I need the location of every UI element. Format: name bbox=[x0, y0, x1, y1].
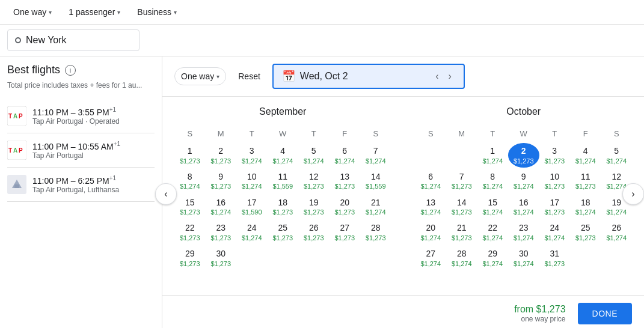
passengers-button[interactable]: 1 passenger ▾ bbox=[63, 4, 126, 20]
flight-card-0[interactable]: T A P 11:10 PM – 3:55 PM+1 Tap Air Portu… bbox=[7, 99, 155, 133]
reset-button[interactable]: Reset bbox=[233, 68, 265, 85]
calendar-cell-oct-23[interactable]: 23$1,274 bbox=[508, 220, 539, 244]
calendar-cell-sep-4[interactable]: 4$1,274 bbox=[268, 143, 299, 168]
weekday-s3: S bbox=[416, 127, 447, 141]
flight-card-2[interactable]: 11:00 PM – 6:25 PM+1 Tap Air Portugal, L… bbox=[7, 168, 155, 202]
calendar-cell-oct-28[interactable]: 28$1,274 bbox=[446, 246, 477, 270]
day-number: 17 bbox=[247, 197, 257, 209]
calendar-cell-oct-2[interactable]: 2$1,273 bbox=[508, 143, 539, 168]
calendar-cell-oct-20[interactable]: 20$1,274 bbox=[416, 220, 447, 244]
calendar-cell-sep-9[interactable]: 9$1,273 bbox=[206, 169, 237, 193]
calendar-cell-sep-21[interactable]: 21$1,274 bbox=[360, 195, 391, 219]
calendar-cell-sep-19[interactable]: 19$1,273 bbox=[298, 195, 330, 219]
calendar-overlay: One way ▾ Reset 📅 Wed, Oct 2 ‹ › Septemb… bbox=[162, 56, 644, 328]
day-price: $1,273 bbox=[544, 208, 565, 216]
calendar-cell-sep-16[interactable]: 16$1,274 bbox=[206, 195, 237, 219]
calendar-cell-sep-27[interactable]: 27$1,273 bbox=[330, 220, 361, 244]
calendar-cell-sep-13[interactable]: 13$1,273 bbox=[330, 169, 361, 193]
calendar-cell-oct-15[interactable]: 15$1,274 bbox=[477, 195, 509, 219]
day-number: 23 bbox=[519, 222, 529, 234]
day-number: 24 bbox=[550, 222, 559, 234]
origin-field[interactable]: New York bbox=[7, 29, 140, 51]
calendar-cell-oct-11[interactable]: 11$1,273 bbox=[570, 169, 601, 193]
calendar-prev-arrow[interactable]: ‹ bbox=[155, 183, 177, 205]
class-button[interactable]: Business ▾ bbox=[131, 4, 183, 20]
calendar-cell-sep-10[interactable]: 10$1,274 bbox=[236, 169, 268, 193]
calendar-cell-sep-18[interactable]: 18$1,273 bbox=[268, 195, 299, 219]
calendar-cell-sep-14[interactable]: 14$1,559 bbox=[360, 169, 391, 193]
calendar-cell-oct-5[interactable]: 5$1,274 bbox=[601, 143, 633, 168]
calendar-cell-oct-29[interactable]: 29$1,274 bbox=[477, 246, 509, 270]
day-price: $1,274 bbox=[575, 208, 596, 216]
calendar-cell-sep-20[interactable]: 20$1,273 bbox=[330, 195, 361, 219]
day-price: $1,274 bbox=[514, 234, 534, 242]
calendar-cell-oct-31[interactable]: 31$1,273 bbox=[539, 246, 571, 270]
day-number: 9 bbox=[521, 171, 526, 183]
trip-type-button[interactable]: One way ▾ bbox=[7, 4, 58, 20]
calendar-cell-sep-23[interactable]: 23$1,273 bbox=[206, 220, 237, 244]
calendar-cell-sep-25[interactable]: 25$1,273 bbox=[268, 220, 299, 244]
one-way-dropdown-button[interactable]: One way ▾ bbox=[174, 67, 226, 85]
class-label: Business bbox=[137, 7, 171, 17]
class-chevron-icon: ▾ bbox=[174, 9, 177, 16]
main-content: Best flights i Total price includes taxe… bbox=[0, 56, 644, 328]
calendar-cell-oct-27[interactable]: 27$1,274 bbox=[416, 246, 447, 270]
calendar-cell-sep-29[interactable]: 29$1,273 bbox=[174, 246, 206, 270]
calendar-cell-sep-17[interactable]: 17$1,590 bbox=[236, 195, 268, 219]
calendar-cell-sep-28[interactable]: 28$1,273 bbox=[360, 220, 391, 244]
calendar-cell-oct-7[interactable]: 7$1,273 bbox=[446, 169, 477, 193]
calendar-cell-oct-14[interactable]: 14$1,273 bbox=[446, 195, 477, 219]
calendar-cell-oct-1[interactable]: 1$1,274 bbox=[477, 143, 509, 168]
calendar-cell-sep-7[interactable]: 7$1,274 bbox=[360, 143, 391, 168]
calendar-cell-sep-26[interactable]: 26$1,273 bbox=[298, 220, 330, 244]
calendar-cell-oct-21[interactable]: 21$1,273 bbox=[446, 220, 477, 244]
calendar-cell-sep-30[interactable]: 30$1,273 bbox=[206, 246, 237, 270]
svg-text:T: T bbox=[8, 113, 12, 120]
calendar-cell-oct-13[interactable]: 13$1,274 bbox=[416, 195, 447, 219]
calendar-cell-oct-18[interactable]: 18$1,274 bbox=[570, 195, 601, 219]
calendar-cell-oct-30[interactable]: 30$1,274 bbox=[508, 246, 539, 270]
calendar-cell-sep-11[interactable]: 11$1,559 bbox=[268, 169, 299, 193]
day-number: 14 bbox=[371, 171, 381, 183]
info-icon[interactable]: i bbox=[65, 65, 76, 76]
calendar-cell-oct-10[interactable]: 10$1,273 bbox=[539, 169, 571, 193]
calendar-cell-oct-16[interactable]: 16$1,274 bbox=[508, 195, 539, 219]
top-bar: One way ▾ 1 passenger ▾ Business ▾ bbox=[0, 0, 644, 25]
airline-logo-0: T A P bbox=[7, 106, 26, 126]
day-price: $1,274 bbox=[514, 183, 534, 190]
october-calendar: October S M T W T F S 1$1,2742$1,2733$1,… bbox=[416, 106, 633, 285]
date-prev-button[interactable]: ‹ bbox=[432, 70, 442, 83]
flight-card-1[interactable]: T A P 11:00 PM – 10:55 AM+1 Tap Air Port… bbox=[7, 133, 155, 168]
calendar-cell-oct-8[interactable]: 8$1,274 bbox=[477, 169, 509, 193]
calendar-cell-sep-24[interactable]: 24$1,274 bbox=[236, 220, 268, 244]
calendar-cell-oct-4[interactable]: 4$1,274 bbox=[570, 143, 601, 168]
date-next-button[interactable]: › bbox=[445, 70, 455, 83]
calendar-cell-oct-24[interactable]: 24$1,274 bbox=[539, 220, 571, 244]
calendar-cell-oct-17[interactable]: 17$1,273 bbox=[539, 195, 571, 219]
calendar-cell-sep-12[interactable]: 12$1,273 bbox=[298, 169, 330, 193]
calendar-cell-sep-22[interactable]: 22$1,273 bbox=[174, 220, 206, 244]
calendar-cell-empty bbox=[416, 143, 447, 168]
calendar-cell-sep-3[interactable]: 3$1,274 bbox=[236, 143, 268, 168]
calendar-cell-sep-1[interactable]: 1$1,273 bbox=[174, 143, 206, 168]
calendar-cell-oct-3[interactable]: 3$1,273 bbox=[539, 143, 571, 168]
day-number: 30 bbox=[216, 248, 225, 260]
calendar-cell-oct-26[interactable]: 26$1,274 bbox=[601, 220, 633, 244]
weekday-t2: T bbox=[298, 127, 330, 141]
done-button[interactable]: DONE bbox=[578, 303, 632, 324]
day-number: 20 bbox=[340, 197, 349, 209]
calendar-next-arrow[interactable]: › bbox=[622, 183, 644, 205]
flight-carrier-2: Tap Air Portugal, Lufthansa bbox=[32, 186, 155, 194]
calendar-cell-sep-2[interactable]: 2$1,273 bbox=[206, 143, 237, 168]
calendar-cell-sep-8[interactable]: 8$1,274 bbox=[174, 169, 206, 193]
calendar-cell-sep-5[interactable]: 5$1,274 bbox=[298, 143, 330, 168]
date-input[interactable]: 📅 Wed, Oct 2 ‹ › bbox=[272, 64, 465, 89]
october-grid: 1$1,2742$1,2733$1,2734$1,2745$1,2746$1,2… bbox=[416, 143, 633, 270]
calendar-cell-sep-6[interactable]: 6$1,274 bbox=[330, 143, 361, 168]
day-price: $1,274 bbox=[606, 157, 627, 165]
calendar-cell-oct-9[interactable]: 9$1,274 bbox=[508, 169, 539, 193]
calendar-cell-sep-15[interactable]: 15$1,273 bbox=[174, 195, 206, 219]
calendar-cell-oct-22[interactable]: 22$1,274 bbox=[477, 220, 509, 244]
calendar-cell-oct-25[interactable]: 25$1,273 bbox=[570, 220, 601, 244]
calendar-cell-oct-6[interactable]: 6$1,274 bbox=[416, 169, 447, 193]
